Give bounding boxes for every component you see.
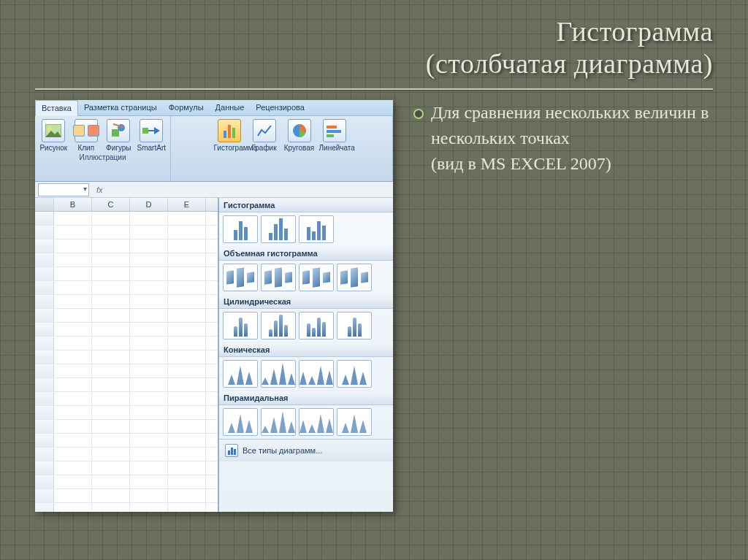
- table-row[interactable]: [35, 434, 218, 448]
- clip-icon: [75, 119, 98, 142]
- namebox[interactable]: [38, 183, 89, 196]
- col-head-blank[interactable]: [35, 198, 54, 211]
- table-row[interactable]: [35, 475, 218, 489]
- col-head-c[interactable]: C: [92, 198, 130, 211]
- excel-screenshot: Вставка Разметка страницы Формулы Данные…: [35, 100, 393, 512]
- all-chart-types[interactable]: Все типы диаграмм...: [219, 439, 393, 461]
- smartart-icon: [140, 119, 163, 142]
- tab-formulas[interactable]: Формулы: [163, 100, 210, 115]
- tab-page-layout[interactable]: Разметка страницы: [78, 100, 163, 115]
- chart-thumb[interactable]: [261, 312, 296, 340]
- tab-review[interactable]: Рецензирова: [250, 100, 310, 115]
- group-illustrations-label: Иллюстрации: [39, 153, 166, 161]
- col-head-e[interactable]: E: [168, 198, 206, 211]
- gallery-row: [219, 405, 393, 439]
- table-row[interactable]: [35, 364, 218, 378]
- table-row[interactable]: [35, 503, 218, 512]
- gallery-section-header: Пирамидальная: [219, 391, 393, 405]
- title-line-2: (столбчатая диаграмма): [0, 48, 713, 80]
- pie-chart-icon: [288, 119, 311, 142]
- rows[interactable]: [35, 212, 218, 512]
- table-row[interactable]: [35, 337, 218, 350]
- tab-insert[interactable]: Вставка: [35, 100, 78, 116]
- table-row[interactable]: [35, 323, 218, 337]
- chart-thumb[interactable]: [299, 264, 334, 291]
- chart-thumb[interactable]: [299, 312, 334, 340]
- gallery-section-header: Гистограмма: [219, 198, 393, 212]
- table-row[interactable]: [35, 461, 218, 475]
- chart-gallery: ГистограммаОбъемная гистограммаЦилиндрич…: [218, 198, 393, 512]
- bullet-sub: (вид в MS EXCEL 2007): [431, 154, 611, 173]
- chart-thumb[interactable]: [261, 360, 296, 388]
- group-illustrations: Рисунок Клип Фигуры: [35, 116, 171, 181]
- table-row[interactable]: [35, 448, 218, 461]
- fx-label[interactable]: fx: [92, 185, 107, 194]
- chart-thumb[interactable]: [223, 264, 258, 291]
- chart-thumb[interactable]: [261, 408, 296, 436]
- chart-thumb[interactable]: [223, 215, 258, 243]
- table-row[interactable]: [35, 239, 218, 253]
- group-charts: Гистограмма График Круговая: [171, 116, 393, 181]
- svg-marker-5: [154, 127, 160, 134]
- table-row[interactable]: [35, 295, 218, 309]
- title-line-1: Гистограмма: [0, 16, 713, 48]
- chart-thumb[interactable]: [337, 408, 372, 436]
- bar-chart-button[interactable]: Линейчата: [319, 119, 350, 152]
- svg-rect-2: [112, 129, 119, 137]
- table-row[interactable]: [35, 350, 218, 364]
- ribbon-body: Рисунок Клип Фигуры: [35, 116, 393, 182]
- line-chart-button[interactable]: График: [249, 119, 280, 152]
- title-underline: [35, 88, 713, 90]
- table-row[interactable]: [35, 489, 218, 503]
- chart-thumb[interactable]: [337, 312, 372, 340]
- chart-thumb[interactable]: [261, 264, 296, 291]
- chart-thumb[interactable]: [223, 360, 258, 388]
- chart-thumb[interactable]: [337, 264, 372, 291]
- svg-rect-7: [327, 126, 337, 129]
- table-row[interactable]: [35, 378, 218, 392]
- chart-thumb[interactable]: [299, 408, 334, 436]
- table-row[interactable]: [35, 253, 218, 267]
- chart-thumb[interactable]: [299, 215, 334, 243]
- chart-thumb[interactable]: [223, 408, 258, 436]
- table-row[interactable]: [35, 406, 218, 420]
- col-head-d[interactable]: D: [130, 198, 168, 211]
- gallery-row: [219, 261, 393, 294]
- table-row[interactable]: [35, 212, 218, 226]
- clip-button[interactable]: Клип: [72, 119, 101, 152]
- gallery-row: [219, 309, 393, 342]
- bullet-area: Для сравнения нескольких величин в неско…: [413, 100, 713, 512]
- histogram-button[interactable]: Гистограмма: [214, 119, 245, 152]
- table-row[interactable]: [35, 392, 218, 406]
- all-types-label: Все типы диаграмм...: [243, 446, 322, 455]
- worksheet[interactable]: B C D E: [35, 198, 218, 512]
- picture-icon: [42, 119, 65, 142]
- table-row[interactable]: [35, 309, 218, 323]
- bar-chart-icon: [323, 119, 346, 142]
- chart-thumb[interactable]: [299, 360, 334, 388]
- svg-point-1: [48, 127, 52, 131]
- col-head-b[interactable]: B: [54, 198, 92, 211]
- shapes-icon: [107, 119, 130, 142]
- table-row[interactable]: [35, 281, 218, 295]
- picture-button[interactable]: Рисунок: [39, 119, 68, 152]
- histogram-icon: [218, 119, 241, 142]
- gallery-section-header: Коническая: [219, 342, 393, 357]
- gallery-row: [219, 357, 393, 391]
- chart-thumb[interactable]: [337, 360, 372, 388]
- gallery-section-header: Объемная гистограмма: [219, 246, 393, 261]
- gallery-section-header: Цилиндрическая: [219, 294, 393, 309]
- bullet-icon: [413, 109, 424, 119]
- all-types-icon: [225, 444, 238, 457]
- column-headers[interactable]: B C D E: [35, 198, 218, 212]
- table-row[interactable]: [35, 226, 218, 239]
- ribbon-tabs: Вставка Разметка страницы Формулы Данные…: [35, 100, 393, 116]
- smartart-button[interactable]: SmartArt: [137, 119, 166, 152]
- shapes-button[interactable]: Фигуры: [104, 119, 133, 152]
- pie-chart-button[interactable]: Круговая: [284, 119, 315, 152]
- table-row[interactable]: [35, 420, 218, 434]
- chart-thumb[interactable]: [261, 215, 296, 243]
- tab-data[interactable]: Данные: [210, 100, 251, 115]
- chart-thumb[interactable]: [223, 312, 258, 340]
- table-row[interactable]: [35, 267, 218, 281]
